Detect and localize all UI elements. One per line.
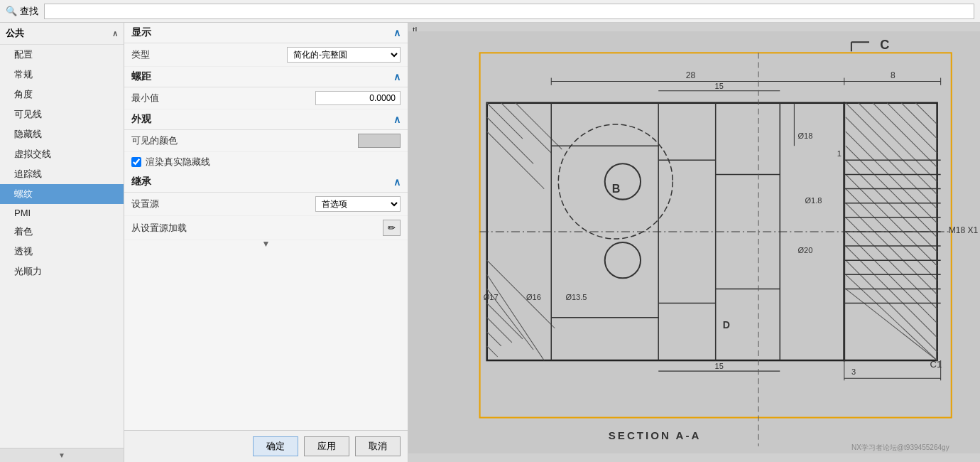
- left-item-hidden[interactable]: 隐藏线: [0, 124, 124, 144]
- source-row: 设置源 首选项 文档 模型: [124, 193, 408, 216]
- left-list: 公共 ∧ 配置 常规 角度 可见线 隐藏线 虚拟交线 追踪线 螺纹 PMI 着色…: [0, 23, 124, 448]
- section-display: 显示 ∧: [124, 23, 408, 43]
- inherit-chevron[interactable]: ∧: [393, 176, 401, 188]
- min-value-input[interactable]: [315, 91, 401, 105]
- svg-text:Ø18: Ø18: [797, 131, 812, 140]
- svg-text:1: 1: [837, 149, 842, 158]
- display-chevron[interactable]: ∧: [393, 27, 401, 38]
- visible-color-row: 可见的颜色: [124, 130, 408, 152]
- search-input[interactable]: [44, 4, 974, 19]
- svg-rect-0: [408, 31, 980, 453]
- bottom-buttons: 确定 应用 取消: [124, 430, 408, 462]
- minval-label: 最小值: [131, 92, 217, 104]
- source-label: 设置源: [131, 198, 217, 210]
- type-select[interactable]: 简化的-完整圆 简化的-部分圆 详细的: [287, 47, 401, 63]
- scroll-down-arrow: ▼: [58, 451, 65, 459]
- load-from-source-button[interactable]: ✏: [383, 220, 401, 236]
- cad-area: tI: [408, 23, 980, 462]
- svg-text:15: 15: [715, 362, 724, 370]
- cancel-button[interactable]: 取消: [355, 436, 401, 456]
- left-item-thread[interactable]: 螺纹: [0, 184, 124, 204]
- appearance-label: 外观: [131, 113, 151, 126]
- pitch-chevron[interactable]: ∧: [393, 71, 401, 82]
- section-appearance: 外观 ∧: [124, 109, 408, 130]
- left-item-virtual[interactable]: 虚拟交线: [0, 144, 124, 164]
- svg-text:28: 28: [686, 70, 696, 80]
- group-header-common: 公共 ∧: [0, 23, 124, 45]
- section-pitch: 螺距 ∧: [124, 67, 408, 87]
- svg-text:Ø16: Ø16: [526, 293, 541, 301]
- props-scroll: 显示 ∧ 类型 简化的-完整圆 简化的-部分圆 详细的 螺距 ∧ 最: [124, 23, 408, 430]
- expand-arrow[interactable]: ▼: [262, 239, 271, 249]
- svg-text:Ø1.8: Ø1.8: [805, 196, 822, 205]
- svg-text:Ø17: Ø17: [484, 293, 499, 301]
- left-item-config[interactable]: 配置: [0, 45, 124, 65]
- svg-text:M18 X1: M18 X1: [949, 225, 979, 235]
- left-item-trace[interactable]: 追踪线: [0, 164, 124, 184]
- svg-text:C1: C1: [930, 359, 942, 370]
- search-icon: 🔍 查找: [6, 5, 38, 18]
- svg-text:C: C: [880, 38, 889, 52]
- cad-drawing: C B C1 D 28 8 15 Ø18: [408, 23, 980, 462]
- left-item-smooth[interactable]: 光顺力: [0, 262, 124, 281]
- load-row: 从设置源加载 ✏: [124, 216, 408, 240]
- svg-text:15: 15: [715, 82, 724, 90]
- type-row: 类型 简化的-完整圆 简化的-部分圆 详细的: [124, 43, 408, 67]
- svg-text:8: 8: [891, 70, 895, 80]
- apply-button[interactable]: 应用: [304, 436, 349, 456]
- svg-text:Ø13.5: Ø13.5: [565, 293, 587, 301]
- svg-text:NX学习者论坛@t939455264gy: NX学习者论坛@t939455264gy: [851, 444, 949, 451]
- left-item-perspective[interactable]: 透视: [0, 242, 124, 262]
- svg-text:SECTION A-A: SECTION A-A: [609, 429, 702, 441]
- visible-color-label: 可见的颜色: [131, 134, 217, 147]
- pitch-label: 螺距: [131, 70, 151, 83]
- load-label: 从设置源加载: [131, 222, 217, 235]
- left-item-color[interactable]: 着色: [0, 222, 124, 242]
- group-chevron-up[interactable]: ∧: [112, 29, 118, 38]
- left-item-angle[interactable]: 角度: [0, 85, 124, 104]
- right-panel: 显示 ∧ 类型 简化的-完整圆 简化的-部分圆 详细的 螺距 ∧ 最: [124, 23, 408, 462]
- type-value-container: 简化的-完整圆 简化的-部分圆 详细的: [217, 47, 401, 63]
- svg-text:Ø20: Ø20: [797, 246, 812, 254]
- left-item-normal[interactable]: 常规: [0, 65, 124, 85]
- inherit-label: 继承: [131, 176, 151, 188]
- color-box-container: [217, 134, 401, 148]
- color-swatch[interactable]: [358, 134, 401, 148]
- appearance-chevron[interactable]: ∧: [393, 114, 401, 125]
- svg-text:B: B: [612, 182, 621, 195]
- minval-value-container: [217, 91, 401, 105]
- source-select[interactable]: 首选项 文档 模型: [315, 196, 401, 212]
- left-item-pmi[interactable]: PMI: [0, 204, 124, 222]
- svg-text:3: 3: [851, 367, 856, 376]
- svg-text:D: D: [723, 319, 730, 331]
- display-label: 显示: [131, 26, 151, 39]
- type-label: 类型: [131, 48, 217, 61]
- left-scroll-bottom[interactable]: ▼: [0, 448, 124, 462]
- render-hidden-row: 渲染真实隐藏线: [124, 152, 408, 172]
- section-inherit: 继承 ∧: [124, 172, 408, 193]
- minval-row: 最小值: [124, 87, 408, 109]
- group-label: 公共: [6, 27, 24, 40]
- source-value-container: 首选项 文档 模型: [217, 196, 401, 212]
- load-btn-container: ✏: [217, 220, 401, 236]
- ok-button[interactable]: 确定: [253, 436, 298, 456]
- search-bar: 🔍 查找: [0, 0, 980, 23]
- left-item-visible[interactable]: 可见线: [0, 104, 124, 124]
- render-hidden-label: 渲染真实隐藏线: [146, 156, 210, 168]
- render-hidden-checkbox[interactable]: [131, 157, 141, 167]
- left-panel: 公共 ∧ 配置 常规 角度 可见线 隐藏线 虚拟交线 追踪线 螺纹 PMI 着色…: [0, 23, 124, 462]
